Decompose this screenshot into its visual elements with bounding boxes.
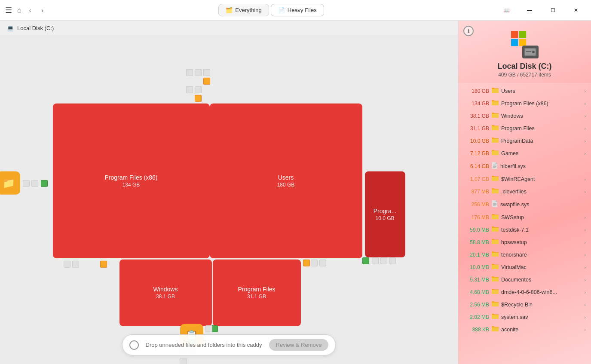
file-list-item[interactable]: 888 KBaconite› (458, 323, 591, 336)
block-users[interactable]: Users 180 GB (210, 103, 362, 258)
file-list-item[interactable]: 877 MB.cleverfiles› (458, 185, 591, 198)
file-item-name: system.sav (501, 314, 582, 320)
file-item-icon (492, 263, 499, 271)
chevron-right-icon: › (584, 227, 586, 232)
close-button[interactable]: ✕ (566, 3, 586, 17)
file-item-name: Documentos (501, 277, 582, 283)
file-item-name: aconite (501, 327, 582, 333)
file-list-item[interactable]: 10.0 GBProgramData› (458, 135, 591, 147)
file-item-name: swapfile.sys (500, 202, 586, 208)
minimize-button[interactable]: — (520, 3, 539, 17)
file-item-name: Games (501, 150, 582, 156)
file-list-item[interactable]: 38.1 GBWindows› (458, 110, 591, 122)
svg-rect-8 (526, 53, 530, 53)
hamburger-icon[interactable]: ☰ (5, 6, 12, 15)
file-list-item[interactable]: 7.12 GBGames› (458, 147, 591, 159)
file-list-item[interactable]: 2.02 MBsystem.sav› (458, 311, 591, 323)
svg-rect-0 (511, 31, 518, 38)
tab-heavy-files[interactable]: 📄 Heavy Files (271, 4, 324, 16)
block-pfx86-name: Program Files (x86) (105, 174, 158, 180)
file-item-size: 877 MB (463, 189, 489, 195)
file-list-item[interactable]: 10.0 MBVirtualMac› (458, 261, 591, 273)
chevron-right-icon: › (584, 265, 586, 270)
small-block-4 (186, 86, 193, 93)
small-block-right-green (362, 257, 369, 264)
file-list-item[interactable]: 6.14 GBhiberfil.sys (458, 159, 591, 173)
file-list-item[interactable]: 1.07 GB$WinREAgent› (458, 173, 591, 185)
chevron-right-icon: › (584, 240, 586, 245)
svg-rect-2 (511, 39, 518, 46)
file-item-icon (492, 137, 499, 144)
file-item-icon (492, 239, 499, 246)
back-button[interactable]: ‹ (27, 5, 34, 15)
block-program-files-x86[interactable]: Program Files (x86) 134 GB (53, 103, 210, 258)
file-item-size: 58.8 MB (463, 239, 489, 245)
file-item-icon (492, 162, 498, 170)
file-item-icon (492, 125, 499, 132)
main-panel: 💻 Local Disk (C:) Program Files (x86) 13… (0, 21, 458, 364)
file-list-item[interactable]: 176 MBSWSetup› (458, 211, 591, 223)
home-icon[interactable]: ⌂ (17, 6, 21, 14)
small-block-pf-yellow (303, 259, 310, 266)
file-item-name: Windows (501, 113, 582, 119)
block-windows-size: 38.1 GB (156, 294, 175, 300)
file-item-icon (492, 301, 499, 308)
file-item-name: SWSetup (501, 214, 582, 220)
file-item-size: 6.14 GB (463, 163, 489, 169)
chevron-right-icon: › (584, 89, 586, 94)
caddy-placeholder: Drop unneeded files and folders into thi… (146, 342, 262, 348)
file-item-icon (492, 150, 499, 157)
titlebar-center: 🗂️ Everything 📄 Heavy Files (46, 4, 496, 16)
file-item-icon (492, 288, 499, 296)
file-list-item[interactable]: 256 MBswapfile.sys (458, 198, 591, 211)
file-item-size: 176 MB (463, 214, 489, 220)
chevron-right-icon: › (584, 151, 586, 156)
orange-folder-icon[interactable]: 📁 (0, 171, 20, 194)
review-remove-button[interactable]: Review & Remove (269, 339, 329, 351)
small-block-bl-1 (64, 260, 70, 267)
file-item-size: 2.02 MB (463, 314, 489, 320)
chevron-right-icon: › (584, 315, 586, 320)
block-programdata[interactable]: Progra... 10.0 GB (365, 171, 405, 257)
file-list-item[interactable]: 4.68 MBdmde-4-0-6-806-win6...› (458, 286, 591, 298)
file-list-item[interactable]: 20.1 MBtenorshare› (458, 248, 591, 261)
tab-everything[interactable]: 🗂️ Everything (218, 4, 269, 16)
disk-icon-area (511, 31, 539, 58)
file-item-icon (492, 326, 499, 333)
file-item-size: 180 GB (463, 88, 489, 94)
file-list-item[interactable]: 58.8 MBhpswsetup› (458, 236, 591, 248)
small-block-pf-2 (319, 259, 326, 266)
chevron-right-icon: › (584, 126, 586, 131)
caddy-circle-icon (129, 340, 139, 350)
titlebar-right: 📖 — ☐ ✕ (496, 3, 586, 17)
file-list-item[interactable]: 134 GBProgram Files (x86)› (458, 97, 591, 110)
block-users-size: 180 GB (277, 181, 295, 187)
treemap-container: Program Files (x86) 134 GB Users 180 GB … (53, 68, 405, 343)
everything-tab-icon: 🗂️ (226, 7, 233, 13)
file-item-icon (492, 200, 498, 208)
block-program-files[interactable]: Program Files 31.1 GB (213, 259, 301, 326)
file-list-item[interactable]: 5.31 MBDocumentos› (458, 273, 591, 286)
small-block-right-2 (380, 257, 387, 264)
block-windows[interactable]: Windows 38.1 GB (119, 259, 212, 326)
chevron-right-icon: › (584, 189, 586, 194)
small-block-left-1 (23, 180, 30, 187)
file-item-name: testdisk-7.1 (501, 227, 582, 233)
forward-button[interactable]: › (39, 5, 46, 15)
block-windows-name: Windows (153, 286, 178, 293)
svg-point-6 (532, 51, 535, 53)
file-item-name: hpswsetup (501, 239, 582, 245)
file-list-item[interactable]: 2.56 MB$Recycle.Bin› (458, 298, 591, 311)
file-list-item[interactable]: 31.1 GBProgram Files› (458, 122, 591, 135)
file-list: 180 GBUsers›134 GBProgram Files (x86)›38… (458, 83, 591, 364)
info-button[interactable]: ℹ (463, 26, 474, 36)
file-item-icon (492, 112, 499, 119)
file-list-item[interactable]: 180 GBUsers› (458, 85, 591, 97)
file-item-size: 10.0 MB (463, 264, 489, 270)
file-item-size: 10.0 GB (463, 138, 489, 144)
file-list-item[interactable]: 59.0 MBtestdisk-7.1› (458, 223, 591, 236)
book-button[interactable]: 📖 (496, 3, 516, 17)
file-item-icon (492, 100, 499, 107)
chevron-right-icon: › (584, 215, 586, 220)
maximize-button[interactable]: ☐ (543, 3, 563, 17)
